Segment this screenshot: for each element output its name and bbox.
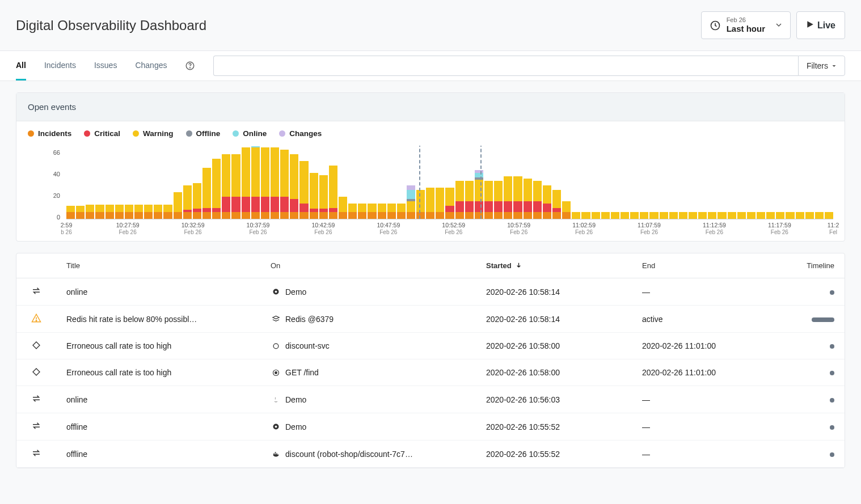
table-row[interactable]: online Demo 2020-02-26 10:56:03 — <box>16 386 845 413</box>
col-end[interactable]: End <box>632 253 788 278</box>
table-row[interactable]: Erroneous call rate is too high discount… <box>16 333 845 359</box>
tab-incidents[interactable]: Incidents <box>44 52 76 81</box>
bar-column[interactable] <box>134 205 143 219</box>
bar-column[interactable] <box>105 205 114 219</box>
bar-column[interactable] <box>660 212 668 219</box>
bar-column[interactable] <box>465 181 474 219</box>
bar-column[interactable] <box>669 212 678 219</box>
bar-column[interactable] <box>640 212 648 219</box>
bar-column[interactable] <box>261 147 269 219</box>
bar-column[interactable] <box>621 212 629 219</box>
bar-column[interactable] <box>290 154 298 219</box>
bar-column[interactable] <box>689 212 697 219</box>
deploy-marker[interactable] <box>419 146 420 219</box>
bar-column[interactable] <box>717 212 726 219</box>
bar-column[interactable] <box>513 176 522 219</box>
bar-column[interactable] <box>339 197 347 219</box>
tab-all[interactable]: All <box>16 52 26 81</box>
bar-column[interactable] <box>708 212 716 219</box>
legend-item[interactable]: Online <box>233 129 267 138</box>
bar-column[interactable] <box>86 205 94 219</box>
bar-column[interactable] <box>552 190 561 219</box>
bar-column[interactable] <box>154 205 162 219</box>
bar-column[interactable] <box>786 212 794 219</box>
table-row[interactable]: offline Demo 2020-02-26 10:55:52 — <box>16 413 845 441</box>
bar-column[interactable] <box>271 147 279 219</box>
bar-column[interactable] <box>601 212 610 219</box>
bar-column[interactable] <box>494 181 503 219</box>
bar-column[interactable] <box>630 212 639 219</box>
bar-column[interactable] <box>815 212 824 219</box>
bar-column[interactable] <box>796 212 804 219</box>
legend-item[interactable]: Changes <box>279 129 322 138</box>
bar-column[interactable] <box>728 212 736 219</box>
bar-column[interactable] <box>455 181 464 219</box>
bar-column[interactable] <box>572 212 580 219</box>
bar-column[interactable] <box>445 188 454 219</box>
bar-column[interactable] <box>212 159 221 219</box>
bar-column[interactable] <box>163 205 172 219</box>
bar-column[interactable] <box>387 204 396 219</box>
bar-column[interactable] <box>407 185 415 219</box>
legend-item[interactable]: Warning <box>133 129 174 138</box>
col-timeline[interactable]: Timeline <box>788 253 845 278</box>
bar-column[interactable] <box>329 166 337 219</box>
bar-column[interactable] <box>66 206 75 219</box>
bar-column[interactable] <box>543 185 551 219</box>
bar-column[interactable] <box>805 212 814 219</box>
legend-item[interactable]: Critical <box>84 129 120 138</box>
table-row[interactable]: offline discount (robot-shop/discount-7c… <box>16 441 845 468</box>
tab-issues[interactable]: Issues <box>94 52 117 81</box>
bar-column[interactable] <box>378 204 386 219</box>
table-row[interactable]: Redis hit rate is below 80% possibl… Red… <box>16 306 845 333</box>
bar-column[interactable] <box>231 154 240 219</box>
live-button[interactable]: Live <box>796 11 845 39</box>
bar-column[interactable] <box>737 212 746 219</box>
table-row[interactable]: Erroneous call rate is too high GET /fin… <box>16 359 845 386</box>
bar-column[interactable] <box>251 146 260 219</box>
legend-item[interactable]: Incidents <box>28 129 71 138</box>
bar-column[interactable] <box>581 212 590 219</box>
bar-column[interactable] <box>193 183 201 219</box>
bar-column[interactable] <box>776 212 784 219</box>
bar-column[interactable] <box>436 188 444 219</box>
bar-column[interactable] <box>310 173 318 219</box>
bar-column[interactable] <box>679 212 687 219</box>
bar-column[interactable] <box>698 212 707 219</box>
bar-column[interactable] <box>766 212 775 219</box>
col-title[interactable]: Title <box>56 253 260 278</box>
bar-column[interactable] <box>76 206 85 219</box>
tab-changes[interactable]: Changes <box>135 52 167 81</box>
bar-column[interactable] <box>299 161 308 219</box>
bar-column[interactable] <box>242 147 250 219</box>
bar-column[interactable] <box>222 154 230 219</box>
bar-column[interactable] <box>649 212 658 219</box>
filters-button[interactable]: Filters <box>798 56 845 76</box>
bar-column[interactable] <box>484 181 493 219</box>
bar-column[interactable] <box>825 212 833 219</box>
bar-column[interactable] <box>348 204 357 219</box>
bar-column[interactable] <box>280 150 289 219</box>
bar-column[interactable] <box>144 205 153 219</box>
bar-column[interactable] <box>319 175 328 219</box>
bar-column[interactable] <box>358 204 366 219</box>
deploy-marker[interactable] <box>480 146 482 219</box>
bar-column[interactable] <box>174 192 182 219</box>
bar-column[interactable] <box>416 190 425 219</box>
bar-column[interactable] <box>397 204 406 219</box>
bar-column[interactable] <box>125 205 133 219</box>
bar-column[interactable] <box>592 212 600 219</box>
bar-column[interactable] <box>183 185 192 219</box>
bar-column[interactable] <box>524 179 532 219</box>
bar-column[interactable] <box>368 204 376 219</box>
bar-column[interactable] <box>611 212 619 219</box>
bar-column[interactable] <box>202 168 211 219</box>
bar-column[interactable] <box>95 205 104 219</box>
bar-column[interactable] <box>115 205 124 219</box>
bar-column[interactable] <box>562 201 571 219</box>
bar-column[interactable] <box>533 181 542 219</box>
bar-column[interactable] <box>475 170 483 219</box>
bar-column[interactable] <box>426 188 434 219</box>
help-icon[interactable] <box>185 61 195 71</box>
legend-item[interactable]: Offline <box>186 129 221 138</box>
